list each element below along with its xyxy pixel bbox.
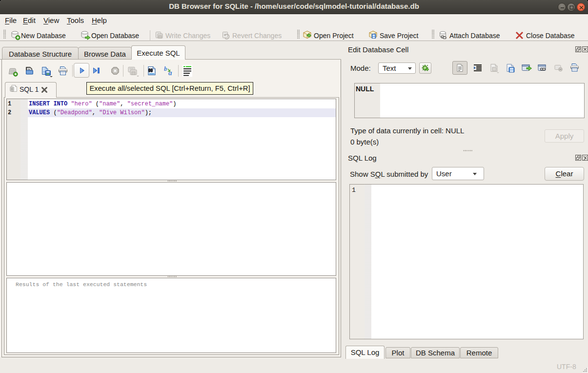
svg-text:b: b <box>164 65 167 72</box>
